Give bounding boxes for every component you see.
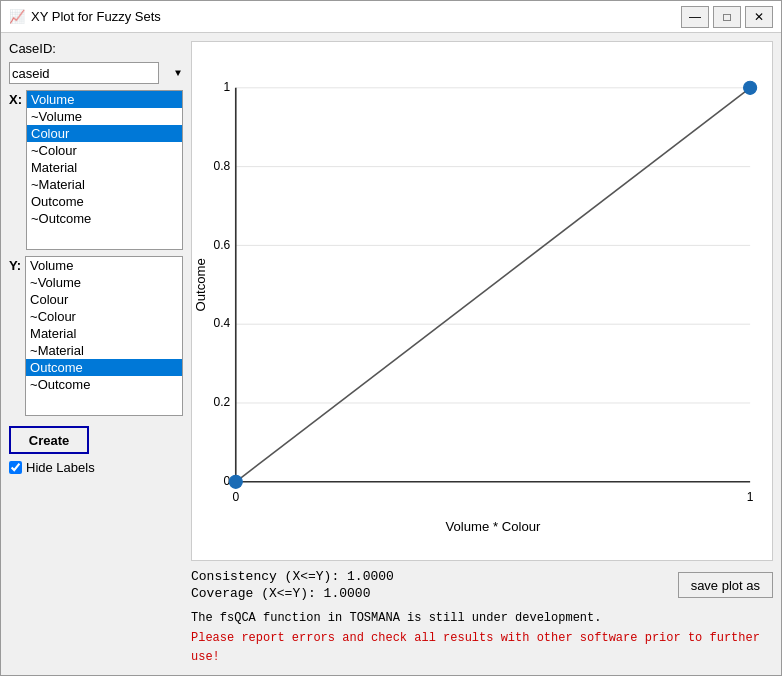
coverage-label: Coverage (X<=Y): 1.0000 bbox=[191, 586, 394, 601]
svg-text:0.4: 0.4 bbox=[214, 316, 231, 330]
svg-text:0.2: 0.2 bbox=[214, 395, 231, 409]
list-item[interactable]: Colour bbox=[26, 291, 182, 308]
svg-text:Volume * Colour: Volume * Colour bbox=[446, 519, 541, 534]
create-button[interactable]: Create bbox=[9, 426, 89, 454]
hide-labels-label[interactable]: Hide Labels bbox=[26, 460, 95, 475]
list-item[interactable]: ~Material bbox=[27, 176, 182, 193]
stats-row: Consistency (X<=Y): 1.0000 Coverage (X<=… bbox=[191, 569, 773, 601]
left-panel: CaseID: caseid ▼ X: Volume~VolumeColour~… bbox=[1, 33, 191, 675]
content-area: CaseID: caseid ▼ X: Volume~VolumeColour~… bbox=[1, 33, 781, 675]
caseid-section: CaseID: bbox=[9, 41, 183, 56]
caseid-dropdown[interactable]: caseid bbox=[9, 62, 159, 84]
svg-text:1: 1 bbox=[747, 490, 754, 504]
svg-text:0: 0 bbox=[232, 490, 239, 504]
list-item[interactable]: ~Material bbox=[26, 342, 182, 359]
list-item[interactable]: Outcome bbox=[27, 193, 182, 210]
main-window: 📈 XY Plot for Fuzzy Sets — □ ✕ CaseID: c… bbox=[0, 0, 782, 676]
consistency-label: Consistency (X<=Y): 1.0000 bbox=[191, 569, 394, 584]
svg-point-18 bbox=[744, 81, 757, 94]
bottom-controls: Create Hide Labels bbox=[9, 426, 183, 475]
list-item[interactable]: Material bbox=[27, 159, 182, 176]
window-controls: — □ ✕ bbox=[681, 6, 773, 28]
svg-text:0.6: 0.6 bbox=[214, 238, 231, 252]
svg-text:0.8: 0.8 bbox=[214, 159, 231, 173]
list-item[interactable]: ~Volume bbox=[26, 274, 182, 291]
save-plot-button[interactable]: save plot as bbox=[678, 572, 773, 598]
stats-labels: Consistency (X<=Y): 1.0000 Coverage (X<=… bbox=[191, 569, 394, 601]
chart-area: 0 0.2 0.4 0.6 0.8 bbox=[191, 41, 773, 561]
right-panel: 0 0.2 0.4 0.6 0.8 bbox=[191, 33, 781, 675]
list-item[interactable]: Volume bbox=[27, 91, 182, 108]
svg-text:Outcome: Outcome bbox=[193, 258, 208, 311]
y-axis-section: Y: Volume~VolumeColour~ColourMaterial~Ma… bbox=[9, 256, 183, 416]
y-axis-listbox[interactable]: Volume~VolumeColour~ColourMaterial~Mater… bbox=[25, 256, 183, 416]
list-item[interactable]: ~Colour bbox=[26, 308, 182, 325]
list-item[interactable]: Volume bbox=[26, 257, 182, 274]
caseid-dropdown-wrapper: caseid ▼ bbox=[9, 62, 183, 84]
close-button[interactable]: ✕ bbox=[745, 6, 773, 28]
caseid-label: CaseID: bbox=[9, 41, 56, 56]
list-item[interactable]: ~Outcome bbox=[27, 210, 182, 227]
list-item[interactable]: ~Volume bbox=[27, 108, 182, 125]
footer-note: The fsQCA function in TOSMANA is still u… bbox=[191, 609, 773, 628]
x-axis-label: X: bbox=[9, 92, 22, 107]
x-axis-section: X: Volume~VolumeColour~ColourMaterial~Ma… bbox=[9, 90, 183, 250]
list-item[interactable]: Outcome bbox=[26, 359, 182, 376]
hide-labels-row: Hide Labels bbox=[9, 460, 183, 475]
footer-area: The fsQCA function in TOSMANA is still u… bbox=[191, 605, 773, 675]
maximize-button[interactable]: □ bbox=[713, 6, 741, 28]
window-title: XY Plot for Fuzzy Sets bbox=[31, 9, 675, 24]
footer-warning: Please report errors and check all resul… bbox=[191, 629, 773, 667]
list-item[interactable]: Colour bbox=[27, 125, 182, 142]
window-icon: 📈 bbox=[9, 9, 25, 25]
svg-text:1: 1 bbox=[224, 80, 231, 94]
minimize-button[interactable]: — bbox=[681, 6, 709, 28]
list-item[interactable]: ~Colour bbox=[27, 142, 182, 159]
svg-line-16 bbox=[236, 88, 750, 482]
chart-svg: 0 0.2 0.4 0.6 0.8 bbox=[192, 42, 772, 560]
svg-point-17 bbox=[229, 475, 242, 488]
stats-area: Consistency (X<=Y): 1.0000 Coverage (X<=… bbox=[191, 565, 773, 605]
x-axis-listbox[interactable]: Volume~VolumeColour~ColourMaterial~Mater… bbox=[26, 90, 183, 250]
hide-labels-checkbox[interactable] bbox=[9, 461, 22, 474]
list-item[interactable]: Material bbox=[26, 325, 182, 342]
y-axis-label: Y: bbox=[9, 258, 21, 273]
list-item[interactable]: ~Outcome bbox=[26, 376, 182, 393]
dropdown-arrow-icon: ▼ bbox=[175, 68, 181, 79]
title-bar: 📈 XY Plot for Fuzzy Sets — □ ✕ bbox=[1, 1, 781, 33]
